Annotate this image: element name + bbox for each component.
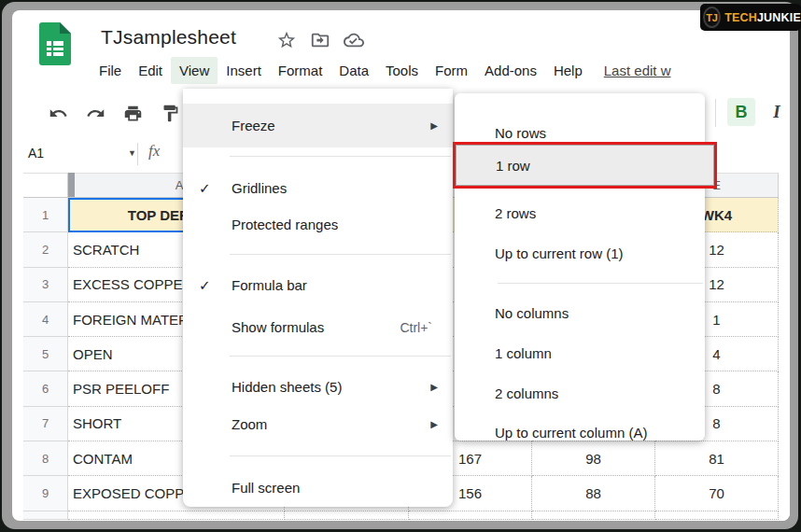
menu-item-label: Formula bar xyxy=(232,277,307,293)
menu-item-show-formulas[interactable]: Show formulas Ctrl+` xyxy=(183,310,453,344)
menu-data[interactable]: Data xyxy=(330,57,377,84)
menu-item-label: Hidden sheets (5) xyxy=(232,379,342,395)
header-notch xyxy=(68,173,75,198)
paint-format-icon[interactable] xyxy=(158,101,182,125)
menu-item-up-to-current-row[interactable]: Up to current row (1) xyxy=(455,236,705,271)
undo-icon[interactable] xyxy=(46,101,70,125)
menu-bar: File Edit View Insert Format Data Tools … xyxy=(91,56,790,85)
menu-item-2-rows[interactable]: 2 rows xyxy=(455,196,705,231)
checkmark-icon: ✓ xyxy=(199,180,211,197)
submenu-arrow-icon: ▶ xyxy=(430,120,438,131)
techjunkie-wordmark: TECHJUNKIE xyxy=(724,11,801,24)
cell[interactable] xyxy=(285,511,409,520)
menu-item-up-to-current-column[interactable]: Up to current column (A) xyxy=(455,415,705,450)
techjunkie-logo: TJ TECHJUNKIE xyxy=(700,4,801,31)
document-title[interactable]: TJsamplesheet xyxy=(101,26,236,49)
menu-format[interactable]: Format xyxy=(270,57,331,84)
menu-file[interactable]: File xyxy=(91,57,130,84)
fx-icon: fx xyxy=(148,142,160,161)
sheets-logo-icon[interactable] xyxy=(39,22,71,65)
menu-item-label: Up to current row (1) xyxy=(495,245,624,261)
menu-insert[interactable]: Insert xyxy=(218,57,270,84)
menu-separator xyxy=(230,356,451,357)
name-box[interactable]: A1 ▼ xyxy=(28,140,136,166)
row-header[interactable]: 3 xyxy=(23,268,68,302)
row-header[interactable]: 1 xyxy=(23,198,68,232)
toolbar-divider xyxy=(715,99,716,127)
formula-bar-divider xyxy=(137,143,138,165)
menu-item-label: Gridlines xyxy=(232,180,287,196)
italic-button[interactable]: I xyxy=(763,98,790,126)
menu-item-label: 1 column xyxy=(495,345,552,361)
sheets-app-window: TJsamplesheet File Edit View Insert Form… xyxy=(12,10,790,521)
menu-separator xyxy=(230,254,451,255)
move-to-folder-icon[interactable] xyxy=(310,30,330,50)
menu-item-label: No columns xyxy=(495,305,569,321)
cloud-saved-icon[interactable] xyxy=(344,30,364,50)
cell[interactable] xyxy=(409,511,532,520)
menu-item-label: 2 rows xyxy=(495,205,536,221)
redo-icon[interactable] xyxy=(83,101,107,125)
menu-item-label: Up to current column (A) xyxy=(495,425,647,441)
menu-addons[interactable]: Add-ons xyxy=(476,57,545,84)
keyboard-shortcut: Ctrl+` xyxy=(400,320,432,335)
brand-junkie: JUNKIE xyxy=(757,11,801,24)
row-header[interactable] xyxy=(23,511,68,520)
checkmark-icon: ✓ xyxy=(199,277,211,294)
submenu-arrow-icon: ▶ xyxy=(430,382,438,392)
last-edit-link[interactable]: Last edit w xyxy=(604,63,671,78)
menu-help[interactable]: Help xyxy=(545,57,591,84)
menu-item-2-columns[interactable]: 2 columns xyxy=(455,376,705,411)
menu-item-label: No rows xyxy=(495,125,546,141)
row-header[interactable]: 5 xyxy=(23,337,68,371)
menu-item-formula-bar[interactable]: ✓ Formula bar xyxy=(183,268,453,302)
row-header[interactable]: 2 xyxy=(23,232,68,267)
menu-item-label: Freeze xyxy=(232,118,275,133)
menu-item-freeze[interactable]: Freeze ▶ xyxy=(183,104,453,147)
name-box-value: A1 xyxy=(28,146,44,161)
menu-item-label: 1 row xyxy=(496,158,530,174)
menu-item-gridlines[interactable]: ✓ Gridlines xyxy=(183,171,453,205)
menu-view[interactable]: View xyxy=(171,57,218,84)
menu-separator xyxy=(498,283,703,284)
menu-item-label: Zoom xyxy=(232,416,267,432)
tj-initials: TJ xyxy=(706,12,718,23)
view-menu-dropdown: Freeze ▶ ✓ Gridlines Protected ranges ✓ … xyxy=(183,89,453,507)
brand-tech: TECH xyxy=(724,11,757,24)
menu-separator xyxy=(230,156,451,157)
menu-edit[interactable]: Edit xyxy=(130,57,171,84)
menu-item-zoom[interactable]: Zoom ▶ xyxy=(183,407,453,441)
bold-button[interactable]: B xyxy=(727,98,755,126)
menu-tools[interactable]: Tools xyxy=(377,57,427,84)
row-header[interactable]: 9 xyxy=(23,476,68,511)
menu-item-full-screen[interactable]: Full screen xyxy=(183,470,453,505)
techjunkie-tj-icon: TJ xyxy=(703,7,721,28)
menu-item-no-columns[interactable]: No columns xyxy=(455,296,705,330)
chevron-down-icon[interactable]: ▼ xyxy=(128,148,136,158)
menu-item-label: Show formulas xyxy=(232,319,324,335)
row-header[interactable]: 4 xyxy=(23,302,68,337)
cell[interactable] xyxy=(655,511,779,520)
cell[interactable]: 70 xyxy=(655,476,779,511)
print-icon[interactable] xyxy=(120,101,145,125)
submenu-arrow-icon: ▶ xyxy=(430,419,438,429)
row-header[interactable]: 7 xyxy=(23,407,68,441)
menu-item-protected-ranges[interactable]: Protected ranges xyxy=(183,207,453,242)
table-row-partial xyxy=(23,511,790,520)
cell[interactable] xyxy=(532,511,655,520)
cell[interactable] xyxy=(68,511,285,520)
menu-item-1-column[interactable]: 1 column xyxy=(455,336,705,371)
menu-item-label: 2 columns xyxy=(495,385,558,401)
menu-item-1-row-highlighted[interactable]: 1 row xyxy=(453,142,717,189)
menu-item-label: Protected ranges xyxy=(232,217,338,232)
menu-item-hidden-sheets[interactable]: Hidden sheets (5) ▶ xyxy=(183,370,453,404)
screenshot-stage: TJsamplesheet File Edit View Insert Form… xyxy=(0,0,801,532)
star-icon[interactable] xyxy=(276,30,297,50)
menu-form[interactable]: Form xyxy=(427,57,476,84)
menu-separator xyxy=(230,455,451,456)
menu-item-label: Full screen xyxy=(232,480,300,496)
select-all-corner[interactable] xyxy=(23,173,68,198)
cell[interactable]: 88 xyxy=(532,476,655,511)
row-header[interactable]: 6 xyxy=(23,371,68,406)
row-header[interactable]: 8 xyxy=(23,441,68,476)
